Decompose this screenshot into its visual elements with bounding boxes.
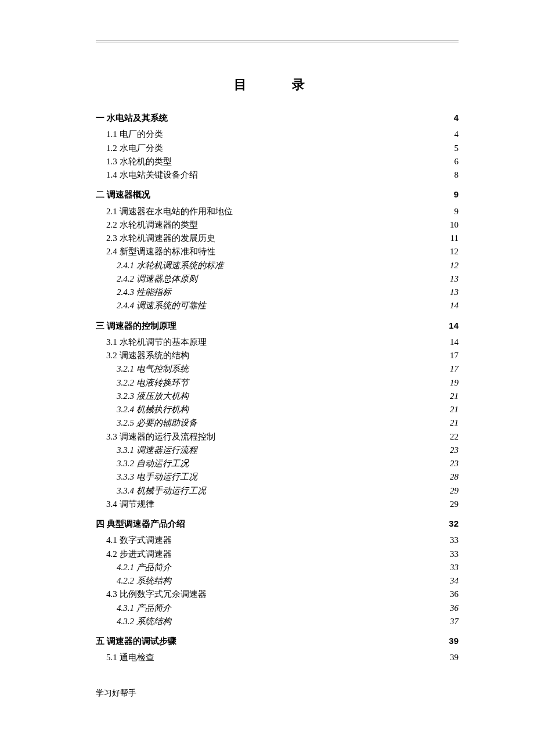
toc-entry-page: 36 [450, 602, 459, 615]
toc-entry-page: 37 [450, 615, 459, 628]
toc-entry-page: 21 [450, 403, 459, 416]
toc-entry-label: 3.3 调速器的运行及流程控制 [106, 430, 215, 444]
toc-entry-label: 三 调速器的控制原理 [96, 319, 176, 332]
toc-container: 一 水电站及其系统41.1 电厂的分类41.2 水电厂分类51.3 水轮机的类型… [96, 111, 459, 665]
toc-entry-page: 29 [450, 498, 459, 511]
toc-entry-page: 10 [450, 218, 459, 232]
toc-entry-label: 4.3.1 产品简介 [117, 602, 171, 615]
toc-entry-label: 3.2.4 机械执行机构 [117, 403, 189, 416]
toc-entry[interactable]: 五 调速器的调试步骤39 [96, 634, 459, 647]
toc-entry[interactable]: 4.2 步进式调速器33 [96, 548, 459, 561]
toc-entry[interactable]: 3.2.1 电气控制系统17 [96, 362, 459, 376]
header-rule [96, 41, 459, 41]
toc-entry[interactable]: 3.3.2 自动运行工况23 [96, 457, 459, 470]
toc-entry-label: 4.2.2 系统结构 [117, 574, 171, 588]
toc-entry[interactable]: 1.4 水电站关键设备介绍8 [96, 168, 459, 182]
toc-entry-page: 39 [449, 634, 459, 647]
toc-entry-page: 23 [450, 457, 459, 470]
toc-entry[interactable]: 3.1 水轮机调节的基本原理14 [96, 336, 459, 349]
toc-entry[interactable]: 2.4.1 水轮机调速系统的标准12 [96, 259, 459, 272]
toc-entry-page: 33 [450, 534, 459, 547]
toc-entry-page: 14 [450, 336, 459, 349]
toc-entry-page: 13 [450, 272, 459, 286]
toc-entry[interactable]: 4.2.2 系统结构34 [96, 574, 459, 588]
toc-entry[interactable]: 四 典型调速器产品介绍32 [96, 517, 459, 530]
toc-entry[interactable]: 三 调速器的控制原理14 [96, 319, 459, 332]
toc-entry-label: 2.3 水轮机调速器的发展历史 [106, 232, 215, 245]
toc-entry[interactable]: 1.1 电厂的分类4 [96, 128, 459, 141]
toc-entry-page: 17 [450, 349, 459, 362]
toc-entry-page: 32 [449, 517, 459, 530]
toc-entry[interactable]: 2.4.3 性能指标13 [96, 286, 459, 299]
toc-title: 目 录 [96, 76, 459, 93]
toc-entry-page: 33 [450, 561, 459, 574]
document-page: 目 录 一 水电站及其系统41.1 电厂的分类41.2 水电厂分类51.3 水轮… [0, 0, 534, 722]
toc-entry-label: 2.4 新型调速器的标准和特性 [106, 245, 215, 258]
toc-entry-label: 五 调速器的调试步骤 [96, 634, 176, 647]
toc-entry-page: 4 [454, 111, 459, 124]
toc-entry-label: 3.1 水轮机调节的基本原理 [106, 336, 207, 349]
toc-entry-label: 4.1 数字式调速器 [106, 534, 172, 547]
toc-entry[interactable]: 2.3 水轮机调速器的发展历史11 [96, 232, 459, 245]
toc-entry[interactable]: 4.3.2 系统结构37 [96, 615, 459, 628]
toc-entry[interactable]: 2.1 调速器在水电站的作用和地位9 [96, 205, 459, 218]
toc-entry-page: 5 [454, 142, 459, 155]
toc-entry[interactable]: 3.3.4 机械手动运行工况29 [96, 484, 459, 498]
toc-entry[interactable]: 1.2 水电厂分类5 [96, 142, 459, 155]
toc-entry[interactable]: 一 水电站及其系统4 [96, 111, 459, 124]
toc-entry-page: 34 [450, 574, 459, 588]
toc-entry[interactable]: 4.1 数字式调速器33 [96, 534, 459, 547]
toc-entry-label: 3.3.3 电手动运行工况 [117, 470, 197, 484]
toc-entry[interactable]: 3.2.5 必要的辅助设备21 [96, 416, 459, 430]
toc-entry[interactable]: 2.4.4 调速系统的可靠性14 [96, 299, 459, 312]
toc-entry[interactable]: 2.4 新型调速器的标准和特性12 [96, 245, 459, 258]
toc-entry-label: 2.4.1 水轮机调速系统的标准 [117, 259, 223, 272]
toc-entry-label: 3.4 调节规律 [106, 498, 154, 511]
toc-entry[interactable]: 4.3 比例数字式冗余调速器36 [96, 588, 459, 601]
toc-entry-page: 36 [450, 588, 459, 601]
toc-entry[interactable]: 2.2 水轮机调速器的类型10 [96, 218, 459, 232]
toc-entry[interactable]: 4.2.1 产品简介33 [96, 561, 459, 574]
toc-entry-label: 3.2.5 必要的辅助设备 [117, 416, 197, 430]
toc-entry[interactable]: 二 调速器概况9 [96, 188, 459, 201]
toc-entry[interactable]: 5.1 通电检查39 [96, 651, 459, 664]
toc-entry[interactable]: 3.4 调节规律29 [96, 498, 459, 511]
toc-entry[interactable]: 1.3 水轮机的类型6 [96, 155, 459, 168]
toc-entry[interactable]: 4.3.1 产品简介36 [96, 602, 459, 615]
toc-entry-page: 17 [450, 362, 459, 376]
toc-entry-label: 4.2.1 产品简介 [117, 561, 171, 574]
toc-entry-label: 1.2 水电厂分类 [106, 142, 163, 155]
toc-entry-page: 8 [454, 168, 459, 182]
toc-entry[interactable]: 3.2.4 机械执行机构21 [96, 403, 459, 416]
toc-entry-label: 3.3.2 自动运行工况 [117, 457, 189, 470]
toc-entry[interactable]: 3.3.3 电手动运行工况28 [96, 470, 459, 484]
toc-entry-page: 12 [450, 245, 459, 258]
toc-entry-label: 1.3 水轮机的类型 [106, 155, 172, 168]
toc-entry[interactable]: 3.2.2 电液转换环节19 [96, 376, 459, 390]
toc-entry-label: 3.2.3 液压放大机构 [117, 390, 189, 403]
toc-entry-label: 4.3.2 系统结构 [117, 615, 171, 628]
toc-entry-page: 29 [450, 484, 459, 498]
toc-entry-page: 28 [450, 470, 459, 484]
toc-entry[interactable]: 3.3.1 调速器运行流程23 [96, 444, 459, 457]
toc-entry[interactable]: 2.4.2 调速器总体原则13 [96, 272, 459, 286]
toc-entry-page: 19 [450, 376, 459, 390]
toc-entry-label: 四 典型调速器产品介绍 [96, 517, 185, 530]
toc-entry-page: 11 [450, 232, 459, 245]
toc-entry-page: 22 [450, 430, 459, 444]
toc-entry-page: 21 [450, 416, 459, 430]
toc-entry[interactable]: 3.2 调速器系统的结构17 [96, 349, 459, 362]
toc-entry-page: 9 [454, 205, 459, 218]
toc-entry-label: 5.1 通电检查 [106, 651, 154, 664]
toc-entry[interactable]: 3.2.3 液压放大机构21 [96, 390, 459, 403]
toc-entry-page: 23 [450, 444, 459, 457]
toc-entry-page: 14 [450, 299, 459, 312]
toc-entry-page: 14 [449, 319, 459, 332]
toc-entry-label: 3.2 调速器系统的结构 [106, 349, 189, 362]
toc-entry-page: 13 [450, 286, 459, 299]
toc-entry-page: 12 [450, 259, 459, 272]
toc-entry[interactable]: 3.3 调速器的运行及流程控制22 [96, 430, 459, 444]
toc-entry-page: 39 [450, 651, 459, 664]
toc-entry-label: 二 调速器概况 [96, 188, 150, 201]
toc-entry-label: 3.2.1 电气控制系统 [117, 362, 189, 376]
